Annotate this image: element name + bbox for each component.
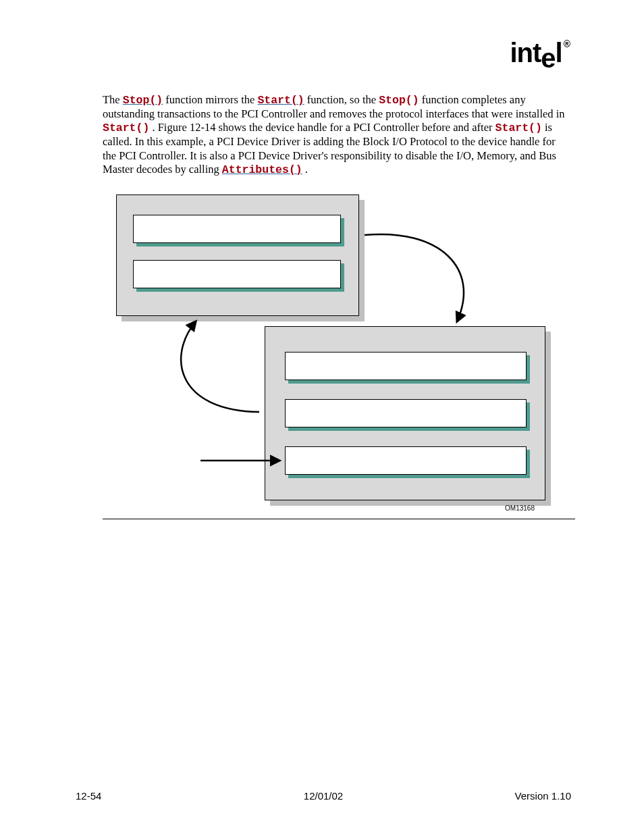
panel-before xyxy=(116,194,359,316)
intel-logo: intel® xyxy=(510,39,570,66)
text: . Figure 12-14 shows the device handle f… xyxy=(152,121,495,134)
figure-id-label: OM13168 xyxy=(505,504,535,512)
text: The xyxy=(103,93,123,106)
figure: OM13168 xyxy=(103,188,575,519)
footer-page: 12-54 xyxy=(76,790,101,802)
panel-after-row-2 xyxy=(285,399,527,427)
code-start: Start() xyxy=(495,122,542,134)
code-stop-link[interactable]: Stop() xyxy=(123,94,163,107)
code-stop: Stop() xyxy=(379,94,419,107)
paragraph: The Stop() function mirrors the Start() … xyxy=(103,93,572,177)
code-start-link[interactable]: Start() xyxy=(257,94,304,107)
panel-before-row-1 xyxy=(133,215,341,243)
logo-e: e xyxy=(541,45,555,72)
panel-after-row-1 xyxy=(285,352,527,380)
text: . xyxy=(305,163,308,176)
footer-version: Version 1.10 xyxy=(515,790,571,802)
logo-suffix: l xyxy=(556,38,562,68)
code-attributes-link[interactable]: Attributes() xyxy=(222,163,302,176)
panel-after-row-3 xyxy=(285,446,527,475)
logo-prefix: int xyxy=(510,38,541,68)
text: function mirrors the xyxy=(165,93,257,106)
code-start: Start() xyxy=(103,122,149,134)
logo-registered: ® xyxy=(562,38,570,49)
page: intel® The Stop() function mirrors the S… xyxy=(0,0,644,834)
footer-date: 12/01/02 xyxy=(304,790,343,802)
text: function, so the xyxy=(307,93,379,106)
panel-before-row-2 xyxy=(133,260,341,288)
